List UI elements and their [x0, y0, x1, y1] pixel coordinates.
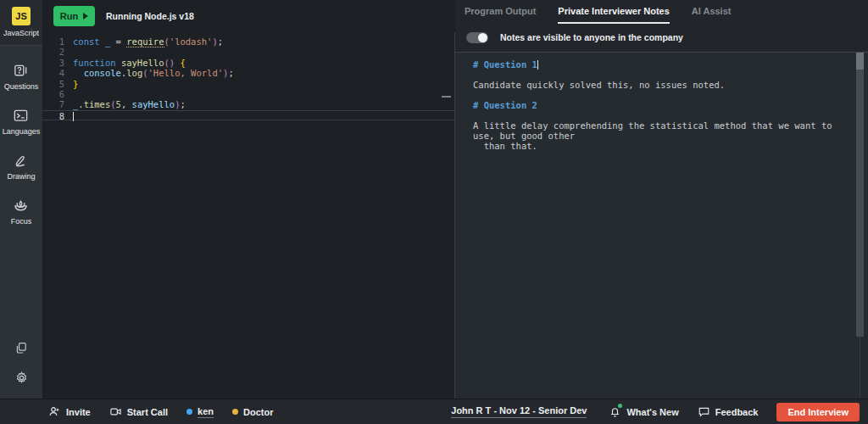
status-bar: Invite Start Call kenDoctor John R T - N…: [0, 399, 868, 424]
terminal-icon: [13, 108, 29, 124]
run-button[interactable]: Run: [53, 6, 95, 26]
chat-bubble-icon: [698, 405, 710, 418]
line-number: 4: [42, 68, 64, 78]
sidebar-item-label: Languages: [3, 127, 41, 136]
participant-name: ken: [198, 406, 214, 418]
invite-button[interactable]: Invite: [48, 405, 91, 418]
code-text: const _ = require('lodash');: [64, 36, 223, 47]
code-line[interactable]: 7_.times(5, sayHello);: [42, 99, 454, 109]
code-line[interactable]: 4 console.log('Hello, World');: [42, 68, 454, 78]
notification-dot: [618, 404, 622, 408]
invite-person-icon: [48, 405, 61, 418]
toggle-knob: [478, 33, 487, 42]
participants: kenDoctor: [186, 406, 273, 418]
code-editor[interactable]: 1const _ = require('lodash');23function …: [42, 32, 455, 399]
whats-new-label: What's New: [626, 407, 678, 417]
line-number: 5: [42, 79, 64, 89]
line-number: 6: [42, 89, 64, 99]
video-camera-icon: [109, 405, 122, 418]
interviewer-notes-area[interactable]: # Question 1Candidate quickly solved thi…: [455, 52, 868, 399]
code-line[interactable]: 5}: [42, 79, 454, 89]
line-number: 1: [42, 36, 64, 47]
note-heading[interactable]: # Question 1: [473, 59, 846, 70]
code-text: }: [64, 79, 78, 89]
participant-name: Doctor: [243, 407, 273, 417]
participant-doctor[interactable]: Doctor: [232, 407, 273, 417]
lotus-icon: [13, 198, 29, 214]
code-lines: 1const _ = require('lodash');23function …: [42, 36, 454, 120]
code-line[interactable]: 8: [42, 110, 454, 120]
sidebar-bottom: [14, 341, 29, 399]
line-number: 8: [42, 111, 64, 120]
code-line[interactable]: 1const _ = require('lodash');: [42, 36, 454, 47]
line-number: 7: [42, 99, 64, 109]
presence-dot: [232, 409, 238, 415]
notes-scrollbar-thumb[interactable]: [856, 53, 864, 337]
sidebar-items: QuestionsLanguagesDrawingFocus: [3, 46, 41, 226]
sidebar-item-focus[interactable]: Focus: [3, 198, 41, 226]
session-title-input[interactable]: John R T - Nov 12 - Senior Dev: [451, 405, 587, 418]
editor-caret: [73, 112, 74, 121]
notes-caret: [537, 60, 538, 70]
pencil-icon: [13, 153, 29, 169]
code-text: [64, 89, 73, 99]
line-number: 2: [42, 47, 64, 57]
notes-visibility-toggle[interactable]: [466, 32, 488, 43]
start-call-label: Start Call: [127, 407, 168, 417]
sidebar-item-label: Focus: [11, 217, 32, 226]
sidebar-item-label: Questions: [4, 82, 39, 91]
sidebar-item-label: Drawing: [7, 172, 35, 181]
note-paragraph[interactable]: Candidate quickly solved this, no issues…: [473, 80, 846, 90]
tab-ai-assist[interactable]: AI Assist: [692, 0, 732, 24]
code-text: _.times(5, sayHello);: [64, 99, 186, 109]
sidebar-item-javascript[interactable]: JS JavaScript: [0, 0, 42, 46]
pane-resize-handle[interactable]: [442, 96, 451, 98]
right-panel-tabs: Program OutputPrivate Interviewer NotesA…: [455, 0, 868, 24]
participant-ken[interactable]: ken: [186, 406, 214, 418]
presence-dot: [186, 409, 192, 415]
sidebar-item-languages[interactable]: Languages: [3, 108, 41, 136]
copy-icon[interactable]: [14, 341, 29, 355]
play-icon: [83, 13, 88, 20]
feedback-button[interactable]: Feedback: [698, 405, 759, 418]
code-text: [64, 47, 73, 57]
notes-visibility-label: Notes are visible to anyone in the compa…: [500, 32, 683, 42]
sidebar-item-label: JavaScript: [3, 29, 39, 37]
javascript-icon: JS: [12, 7, 31, 25]
feedback-label: Feedback: [715, 407, 759, 417]
right-panel: Program OutputPrivate Interviewer NotesA…: [455, 0, 868, 399]
tab-program-output[interactable]: Program Output: [465, 0, 536, 24]
run-status-text: Running Node.js v18: [106, 11, 194, 21]
tab-private-interviewer-notes[interactable]: Private Interviewer Notes: [558, 0, 669, 24]
questions-icon: [13, 63, 29, 79]
note-paragraph[interactable]: A little delay comprehending the statist…: [473, 120, 846, 151]
editor-toolbar: Run Running Node.js v18: [42, 0, 455, 32]
notes-visibility-row: Notes are visible to anyone in the compa…: [455, 24, 868, 51]
code-line[interactable]: 2: [42, 47, 454, 57]
interview-app: JS JavaScript QuestionsLanguagesDrawingF…: [0, 0, 868, 424]
sidebar-item-questions[interactable]: Questions: [3, 63, 41, 91]
gear-icon[interactable]: [14, 371, 29, 385]
code-text: console.log('Hello, World');: [64, 68, 234, 78]
run-button-label: Run: [60, 11, 78, 21]
whats-new-button[interactable]: What's New: [609, 405, 678, 418]
code-text: [64, 111, 74, 120]
sidebar: JS JavaScript QuestionsLanguagesDrawingF…: [0, 0, 42, 399]
code-text: function sayHello() {: [64, 58, 186, 68]
end-interview-button[interactable]: End Interview: [776, 403, 860, 421]
code-line[interactable]: 3function sayHello() {: [42, 58, 454, 68]
note-heading[interactable]: # Question 2: [473, 100, 846, 110]
sidebar-item-drawing[interactable]: Drawing: [3, 153, 41, 181]
line-number: 3: [42, 58, 64, 68]
code-line[interactable]: 6: [42, 89, 454, 99]
start-call-button[interactable]: Start Call: [109, 405, 168, 418]
notes-scrollbar-cap[interactable]: [856, 53, 864, 70]
invite-label: Invite: [66, 407, 91, 417]
